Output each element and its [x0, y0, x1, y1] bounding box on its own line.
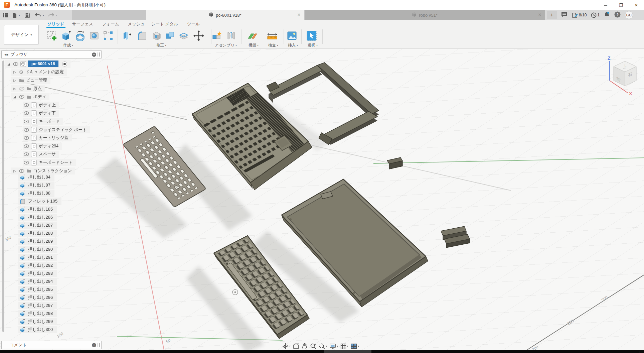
job-status-icon[interactable]: 8/10 [572, 12, 587, 18]
tree-row-doc-settings[interactable]: ▷ ⚙ ドキュメントの設定 [11, 68, 90, 77]
ribbon-tab-form[interactable]: フォーム [102, 21, 119, 27]
tree-row-bodies-folder[interactable]: ◢ ボディ [11, 93, 90, 101]
redo-icon[interactable] [48, 13, 54, 17]
construction-plane-icon[interactable] [247, 30, 259, 42]
feature-row[interactable]: 押し出し295 [18, 285, 61, 293]
group-insert[interactable]: 挿入▾ [288, 43, 298, 48]
new-file-caret-icon[interactable]: ▾ [19, 14, 20, 17]
new-component-icon[interactable] [211, 30, 223, 42]
hole-icon[interactable] [88, 30, 100, 42]
expand-icon[interactable]: ▷ [12, 169, 17, 173]
viewports-icon[interactable]: ▾ [351, 343, 359, 349]
look-at-icon[interactable] [293, 343, 299, 349]
feature-row[interactable]: 押し出し289 [18, 237, 61, 245]
panel-grip-handle[interactable] [98, 52, 100, 56]
expand-icon[interactable]: ◢ [12, 95, 17, 99]
feature-row[interactable]: 押し出し296 [18, 293, 61, 302]
feature-row[interactable]: 押し出し298 [18, 310, 61, 318]
group-create[interactable]: 作成▾ [63, 43, 73, 48]
tree-row-body[interactable]: ジョイスティック ポート [23, 126, 90, 134]
visibility-eye-icon[interactable] [24, 152, 29, 156]
save-icon[interactable] [25, 13, 30, 18]
cartridge-lid-part[interactable] [441, 226, 470, 248]
tree-row-root[interactable]: ◢ pc-6001 v18 [5, 60, 90, 68]
offset-face-icon[interactable] [178, 30, 190, 42]
visibility-eye-icon[interactable] [19, 95, 24, 99]
undo-icon[interactable] [35, 13, 41, 17]
visibility-eye-icon[interactable] [19, 169, 24, 173]
group-construct[interactable]: 構築▾ [249, 43, 259, 48]
tree-row-body[interactable]: ボディ294 [23, 142, 90, 150]
visibility-eye-icon[interactable] [24, 103, 29, 107]
press-pull-icon[interactable] [120, 30, 132, 42]
move-icon[interactable] [193, 30, 205, 42]
visibility-eye-icon[interactable] [24, 128, 29, 132]
browser-scrollbar[interactable] [2, 61, 4, 332]
ribbon-tab-sheetmetal[interactable]: シート メタル [151, 21, 178, 27]
workspace-switcher[interactable]: デザイン ▾ [4, 25, 39, 45]
feature-row[interactable]: 押し出し297 [18, 302, 61, 310]
joint-icon[interactable] [225, 30, 237, 42]
new-file-icon[interactable] [12, 12, 17, 18]
feature-row[interactable]: 押し出し293 [18, 269, 61, 277]
tree-row-body[interactable]: キーボード [23, 117, 90, 126]
fillet-icon[interactable] [136, 30, 148, 42]
revolve-icon[interactable] [74, 30, 86, 42]
select-icon[interactable] [306, 30, 318, 42]
expand-icon[interactable]: ▷ [12, 70, 17, 74]
feature-row[interactable]: 押し出し290 [18, 245, 61, 253]
feature-row[interactable]: フィレット105 [18, 197, 61, 205]
feature-row[interactable]: 押し出し291 [18, 253, 61, 261]
minimize-button[interactable]: ─ [598, 0, 613, 10]
visibility-eye-icon[interactable] [24, 161, 29, 164]
tree-row-view-mgmt[interactable]: ▷ ビュー管理 [11, 76, 90, 85]
panel-grip-handle[interactable] [98, 343, 100, 347]
group-assemble[interactable]: アセンブリ▾ [215, 43, 237, 48]
collapse-panel-icon[interactable]: ◀◀ [4, 53, 8, 56]
tree-row-body[interactable]: キーボードシート [23, 158, 90, 167]
feature-row[interactable]: 押し出し294 [18, 277, 61, 285]
feature-row[interactable]: 押し出し286 [18, 213, 61, 221]
view-cube[interactable]: Z X 上 前 右 [600, 53, 644, 98]
feature-row[interactable]: 押し出し300 [18, 326, 61, 334]
display-settings-icon[interactable]: ▾ [329, 343, 338, 349]
new-tab-button[interactable]: + [547, 11, 557, 19]
comment-bubble-icon[interactable] [561, 12, 568, 19]
redo-caret-icon[interactable]: ▾ [56, 14, 57, 17]
comments-panel-header[interactable]: コメント + [1, 341, 102, 349]
ribbon-tab-tools[interactable]: ツール [187, 21, 200, 27]
zoom-icon[interactable] [310, 343, 316, 349]
viewport-canvas[interactable]: 200 150 50 300 250 200 [0, 49, 644, 350]
doc-tab-close-icon[interactable]: ✕ [538, 12, 541, 17]
insert-canvas-icon[interactable] [286, 30, 298, 42]
measure-icon[interactable] [266, 30, 278, 42]
ribbon-tab-solid[interactable]: ソリッド [47, 21, 64, 27]
doc-tab-close-icon[interactable]: ✕ [297, 12, 301, 17]
grid-settings-icon[interactable]: ▾ [340, 343, 348, 349]
doc-tab-pc6001[interactable]: pc-6001 v18* ✕ [146, 10, 304, 20]
tree-row-body[interactable]: スペーサ [23, 150, 90, 159]
combine-icon[interactable] [164, 30, 176, 42]
pattern-icon[interactable] [102, 30, 114, 42]
feature-row[interactable]: 押し出し84 [18, 173, 61, 181]
pan-icon[interactable] [302, 343, 308, 349]
feature-row[interactable]: 押し出し299 [18, 318, 61, 326]
browser-panel-header[interactable]: ◀◀ ブラウザ − [1, 50, 102, 58]
feature-row[interactable]: 押し出し87 [18, 181, 61, 189]
visibility-eye-icon[interactable] [24, 136, 29, 140]
create-sketch-icon[interactable] [46, 30, 58, 42]
expand-icon[interactable]: ▷ [12, 79, 17, 82]
feature-row[interactable]: 押し出し292 [18, 261, 61, 269]
help-icon[interactable]: ? [614, 11, 621, 19]
notification-bell-icon[interactable] [604, 11, 610, 19]
shell-icon[interactable] [151, 30, 163, 42]
user-avatar[interactable]: GC [625, 11, 633, 19]
remove-panel-icon[interactable]: − [92, 52, 96, 57]
app-grid-icon[interactable] [3, 12, 8, 18]
visibility-eye-icon[interactable] [24, 111, 29, 115]
feature-row[interactable]: 押し出し288 [18, 229, 61, 237]
group-inspect[interactable]: 検査▾ [268, 43, 278, 48]
visibility-eye-off-icon[interactable] [19, 87, 24, 91]
undo-caret-icon[interactable]: ▾ [43, 14, 44, 17]
root-component-label[interactable]: pc-6001 v18 [28, 61, 58, 67]
